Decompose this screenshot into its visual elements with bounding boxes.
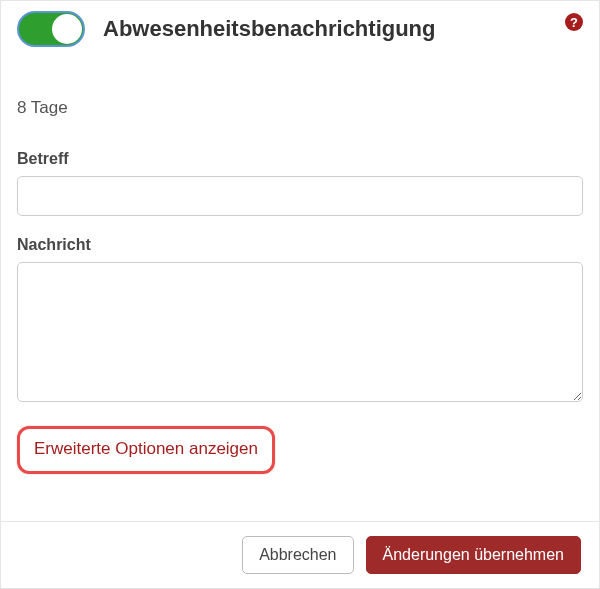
cancel-button[interactable]: Abbrechen [242, 536, 353, 574]
dialog-body: 8 Tage Betreff Nachricht Erweiterte Opti… [1, 67, 599, 521]
save-button[interactable]: Änderungen übernehmen [366, 536, 581, 574]
advanced-options-link[interactable]: Erweiterte Optionen anzeigen [34, 439, 258, 458]
enable-toggle[interactable] [17, 11, 85, 47]
scroll-area[interactable]: 8 Tage Betreff Nachricht Erweiterte Opti… [1, 67, 599, 521]
message-label: Nachricht [17, 236, 583, 254]
subject-input[interactable] [17, 176, 583, 216]
dialog-title: Abwesenheitsbenachrichtigung [103, 16, 436, 42]
toggle-knob [52, 14, 82, 44]
help-icon[interactable]: ? [565, 13, 583, 31]
subject-label: Betreff [17, 150, 583, 168]
advanced-options-highlight: Erweiterte Optionen anzeigen [17, 426, 275, 474]
dialog-footer: Abbrechen Änderungen übernehmen [1, 521, 599, 588]
dialog-container: Abwesenheitsbenachrichtigung ? 8 Tage Be… [0, 0, 600, 589]
dialog-header: Abwesenheitsbenachrichtigung ? [1, 1, 599, 67]
duration-text: 8 Tage [17, 98, 583, 118]
message-textarea[interactable] [17, 262, 583, 402]
